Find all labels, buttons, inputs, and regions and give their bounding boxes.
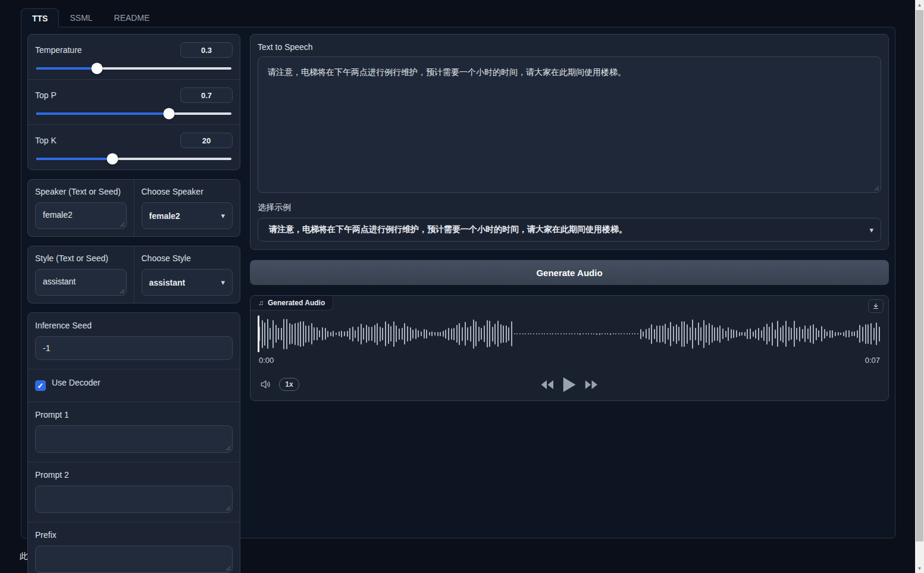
temperature-value[interactable]: 0.3 [180,42,233,58]
playhead-cursor[interactable] [258,315,259,352]
waveform-bar [804,325,806,342]
rewind-button[interactable] [541,380,554,389]
waveform-bar [336,333,337,335]
waveform-bar [437,332,438,336]
waveform-bar [388,324,389,344]
playback-speed-button[interactable]: 1x [279,378,299,391]
resize-handle-icon[interactable] [225,446,231,451]
time-row: 0:00 0:07 [259,356,880,365]
tab-tts[interactable]: TTS [21,8,59,28]
waveform-bar [465,322,466,346]
waveform-bar [286,319,287,349]
top-p-value[interactable]: 0.7 [180,87,233,103]
waveform-bar [772,322,773,346]
generated-audio-header: ♫ Generated Audio [250,296,333,311]
style-text-input[interactable]: assistant [35,269,127,296]
slider-handle[interactable] [91,63,102,74]
volume-button[interactable] [259,378,272,390]
speaker-text-label: Speaker (Text or Seed) [35,187,127,196]
fast-forward-button[interactable] [585,380,598,389]
resize-handle-icon[interactable] [874,186,879,191]
waveform-bar [859,325,860,343]
choose-speaker-dropdown[interactable]: female2 ▾ [142,202,233,229]
temperature-row: Temperature 0.3 [28,35,240,79]
waveform-bar [761,330,762,338]
temperature-slider[interactable] [36,67,231,70]
waveform-bar [807,328,809,339]
waveform[interactable] [259,316,880,352]
waveform-bar [873,328,875,340]
waveform-bar [283,319,284,349]
scroll-up-arrow-icon[interactable]: ▲ [915,0,924,10]
slider-handle[interactable] [164,108,175,120]
tts-panel: Temperature 0.3 Top P 0.7 [21,27,895,538]
example-dropdown[interactable]: 请注意，电梯将在下午两点进行例行维护，预计需要一个小时的时间，请大家在此期间使用… [258,218,881,242]
waveform-bar [492,327,493,342]
waveform-bar [475,321,477,346]
prompt1-input[interactable] [35,425,233,453]
player-controls: 1x [259,374,880,395]
waveform-bar [415,328,416,339]
waveform-bar [728,327,729,341]
waveform-bar [607,333,608,334]
slider-handle[interactable] [107,154,118,165]
waveform-bar [703,320,704,348]
top-k-value[interactable]: 20 [180,133,233,148]
waveform-bar [799,327,800,342]
waveform-bar [670,322,671,346]
waveform-bar [580,333,581,335]
use-decoder-block: ✓ Use Decoder [28,369,240,402]
waveform-bar [662,325,663,342]
waveform-bar [763,327,765,341]
chevron-down-icon: ▾ [221,278,225,287]
waveform-bar [629,333,630,334]
waveform-bar [684,321,685,347]
speaker-card: Speaker (Text or Seed) female2 Choose Sp… [27,179,240,237]
generate-audio-button[interactable]: Generate Audio [250,260,889,285]
waveform-bar [634,333,635,334]
scroll-down-arrow-icon[interactable]: ▼ [915,563,924,573]
chevron-down-icon: ▾ [221,211,225,220]
top-p-slider[interactable] [36,112,231,115]
waveform-bar [352,327,353,342]
inference-seed-label: Inference Seed [35,321,233,330]
waveform-bar [848,330,850,337]
prefix-input[interactable] [35,546,233,573]
waveform-bar [810,325,811,343]
waveform-bar [530,333,531,334]
text-to-speech-input[interactable]: 请注意，电梯将在下午两点进行例行维护，预计需要一个小时的时间，请大家在此期间使用… [258,57,881,193]
tab-readme[interactable]: README [104,8,161,27]
resize-handle-icon[interactable] [225,566,231,571]
waveform-bar [769,327,770,342]
waveform-bar [341,331,342,337]
top-k-slider[interactable] [36,158,231,160]
resize-handle-icon[interactable] [120,289,125,294]
choose-style-dropdown[interactable]: assistant ▾ [142,269,233,296]
page-scrollbar[interactable]: ▲ ▼ [915,0,924,573]
choose-speaker-value: female2 [149,211,180,221]
tab-ssml[interactable]: SSML [59,8,103,27]
waveform-bar [826,331,828,336]
resize-handle-icon[interactable] [225,506,231,511]
waveform-bar [731,329,732,339]
choose-style-block: Choose Style assistant ▾ [134,246,240,303]
scrollbar-thumb[interactable] [916,10,923,541]
waveform-bar [624,333,625,334]
speaker-text-input[interactable]: female2 [35,202,127,229]
waveform-bar [618,333,619,334]
inference-seed-input[interactable] [35,336,233,360]
waveform-bar [845,330,847,337]
waveform-bar [777,321,778,347]
waveform-bar [782,325,784,343]
download-button[interactable] [868,299,884,313]
play-button[interactable] [563,377,576,392]
use-decoder-checkbox[interactable]: ✓ [35,380,46,391]
prompt2-input[interactable] [35,486,233,513]
waveform-bar [717,327,718,341]
resize-handle-icon[interactable] [120,222,125,227]
waveform-bar [585,333,587,334]
waveform-bar [678,327,679,341]
waveform-bar [410,327,411,341]
waveform-bar [487,320,488,347]
waveform-bar [794,321,795,347]
